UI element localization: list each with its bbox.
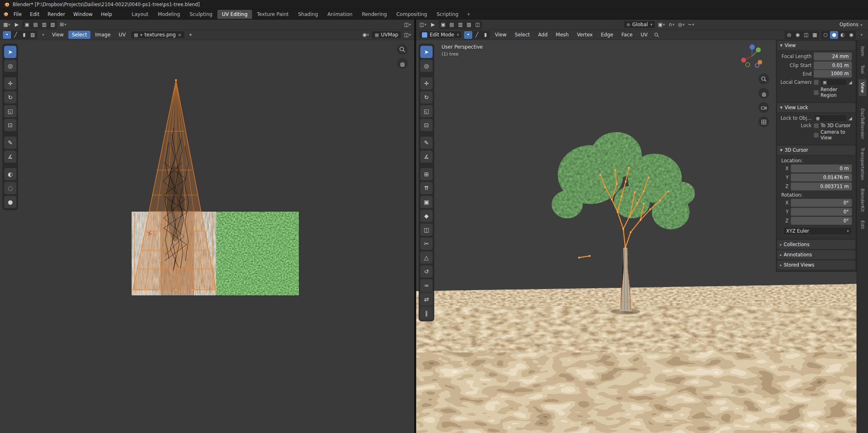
face-mode-icon[interactable]: ▮	[481, 31, 489, 39]
uv-menu-image[interactable]: Image	[92, 31, 114, 39]
workspace-tab-animation[interactable]: Animation	[323, 10, 357, 19]
annotate-tool[interactable]: ✎	[420, 137, 433, 149]
v3d-menu-face[interactable]: Face	[618, 31, 636, 39]
camera-view-icon[interactable]	[758, 102, 769, 113]
v3d-overlay-c-icon[interactable]: ◫	[473, 21, 482, 29]
axis-x-ball[interactable]	[741, 58, 746, 63]
cursor-rotation-z-field[interactable]: 0°	[791, 217, 852, 225]
clip-start-field[interactable]: 0.01 m	[814, 61, 852, 70]
pan-hand-icon[interactable]	[758, 88, 769, 99]
collections-header[interactable]: ▸ Collections	[777, 240, 855, 249]
tweak-select-tool[interactable]: ➤	[4, 46, 16, 58]
workspace-tab-texture-paint[interactable]: Texture Paint	[253, 10, 293, 19]
snap-magnet-icon[interactable]: ∩▾	[667, 21, 676, 29]
menu-window[interactable]: Window	[70, 10, 96, 18]
mode-dropdown[interactable]: Edit Mode ▾	[419, 31, 462, 39]
menu-edit[interactable]: Edit	[26, 10, 43, 18]
shading-wireframe-icon[interactable]: ○	[821, 31, 830, 39]
transform-tool[interactable]: ⊡	[420, 119, 433, 131]
camera-to-view-checkbox[interactable]	[814, 132, 819, 138]
bevel-tool[interactable]: ◆	[420, 210, 433, 222]
v3d-mirror-icon[interactable]: ▤	[448, 21, 456, 29]
scale-tool[interactable]: ◱	[4, 105, 16, 117]
spin-tool[interactable]: ↺	[420, 265, 433, 278]
workspace-tab-layout[interactable]: Layout	[127, 10, 153, 19]
transform-tool[interactable]: ⊡	[4, 119, 16, 131]
pan-hand-icon[interactable]	[397, 58, 408, 69]
poly-build-tool[interactable]: △	[420, 251, 433, 264]
zoom-icon[interactable]	[758, 74, 769, 84]
knife-tool[interactable]: ✂	[420, 238, 433, 250]
cursor-location-z-field[interactable]: 0.003711 m	[791, 182, 852, 191]
cursor-tool[interactable]: ◎	[420, 60, 433, 72]
edge-slide-tool[interactable]: ⇄	[420, 293, 433, 305]
lock-to-object-field[interactable]: ▣	[814, 114, 847, 122]
v3d-overlay-a-icon[interactable]: ▥	[456, 21, 464, 29]
viewport-search-icon[interactable]	[653, 31, 661, 39]
extrude-tool[interactable]: ⇈	[420, 182, 433, 194]
rotate-tool[interactable]: ↻	[420, 91, 433, 103]
workspace-tab-rendering[interactable]: Rendering	[357, 10, 391, 19]
v3d-menu-vertex[interactable]: Vertex	[574, 31, 596, 39]
sidebar-tab-transportation[interactable]: Transportation	[859, 145, 866, 183]
grab-brush-tool[interactable]: ◐	[4, 168, 16, 180]
workspace-tab-sculpting[interactable]: Sculpting	[185, 10, 217, 19]
scale-tool[interactable]: ◱	[420, 105, 433, 117]
uv-select-mode-face-icon[interactable]: ▮	[20, 31, 28, 39]
view-panel-header[interactable]: ▼ View	[777, 41, 855, 50]
uv-editor-type-icon[interactable]: ▦▾	[2, 21, 11, 29]
cursor-rotation-y-field[interactable]: 0°	[791, 208, 852, 216]
uv-options-icon[interactable]: ⊞▾	[59, 21, 67, 29]
sidebar-tab-item[interactable]: Item	[859, 43, 866, 59]
v3d-menu-mesh[interactable]: Mesh	[552, 31, 572, 39]
view-lock-header[interactable]: ▼ View Lock	[777, 103, 855, 112]
cursor-location-y-field[interactable]: 0.01476 m	[791, 173, 852, 182]
uv-pivot-icon[interactable]: ▣	[23, 21, 31, 29]
shear-tool[interactable]: ∥	[420, 307, 433, 319]
zoom-icon[interactable]	[397, 44, 408, 55]
pin-icon[interactable]: ⌖	[187, 31, 195, 39]
v3d-menu-edge[interactable]: Edge	[597, 31, 616, 39]
vertex-mode-icon[interactable]: •	[464, 31, 472, 39]
uv-overlap-icon[interactable]: ▧	[49, 21, 57, 29]
v3d-menu-uv[interactable]: UV	[638, 31, 651, 39]
proportional-edit-icon[interactable]: ◎▾	[677, 21, 685, 29]
stored-views-header[interactable]: ▸ Stored Views	[777, 260, 855, 269]
snap-target-icon[interactable]: ▣▾	[657, 21, 666, 29]
render-region-checkbox[interactable]	[814, 90, 819, 95]
grid-overlay-icon[interactable]: ▦	[811, 31, 819, 39]
unlink-image-icon[interactable]: ×	[178, 32, 181, 38]
lock-3d-cursor-checkbox[interactable]	[814, 123, 819, 128]
focal-length-field[interactable]: 24 mm	[814, 52, 852, 61]
axis-y-ball[interactable]	[756, 47, 761, 52]
uv-proportional-icon[interactable]: ▥	[40, 21, 48, 29]
workspace-tab-modeling[interactable]: Modeling	[153, 10, 185, 19]
uv-canvas[interactable]: ➤ ◎ ✛ ↻ ◱ ⊡ ✎ ∡ ◐ ◌ ●	[0, 40, 414, 433]
uv-menu-select[interactable]: Select	[68, 31, 90, 39]
v3d-canvas[interactable]: User Perspective (1) tree ➤ ◎ ✛ ↻ ◱ ⊡ ✎ …	[416, 40, 868, 433]
rotate-tool[interactable]: ↻	[4, 91, 16, 103]
cursor-rotation-x-field[interactable]: 0°	[791, 199, 852, 207]
loop-cut-tool[interactable]: ◫	[420, 224, 433, 236]
shading-options-icon[interactable]: ▾	[857, 31, 866, 39]
relax-brush-tool[interactable]: ◌	[4, 182, 16, 194]
v3d-pivot-icon[interactable]: ▣	[439, 21, 447, 29]
eyedropper-icon[interactable]: ◢	[849, 80, 852, 85]
uv-image-selector[interactable]: ▩ ▾ textures.png ×	[131, 31, 185, 39]
toggle-grid-icon[interactable]	[758, 117, 769, 127]
workspace-tab-shading[interactable]: Shading	[293, 10, 322, 19]
options-menu[interactable]: Options ▾	[836, 20, 866, 29]
uv-snap-icon[interactable]: ▤	[32, 21, 40, 29]
shading-material-icon[interactable]: ◐	[839, 31, 847, 39]
uvmap-selector[interactable]: ▦ UVMap	[371, 31, 401, 39]
v3d-menu-add[interactable]: Add	[535, 31, 551, 39]
v3d-menu-select[interactable]: Select	[512, 31, 533, 39]
inset-faces-tool[interactable]: ▣	[420, 196, 433, 208]
show-gizmo-icon[interactable]: ◎	[785, 31, 793, 39]
measure-tool[interactable]: ∡	[420, 150, 433, 163]
shading-rendered-icon[interactable]: ◉	[847, 31, 855, 39]
uv-sticky-select-icon[interactable]: ▾	[39, 31, 47, 39]
uv-menu-uv[interactable]: UV	[115, 31, 129, 39]
cursor-tool[interactable]: ◎	[4, 60, 16, 72]
axis-z-ball[interactable]	[750, 45, 755, 50]
